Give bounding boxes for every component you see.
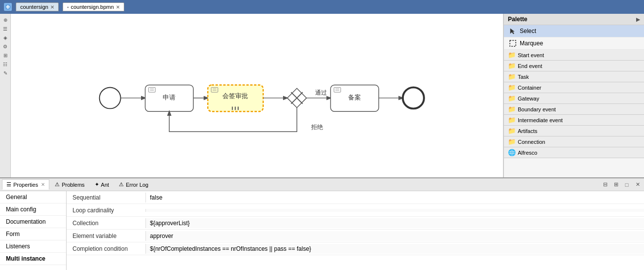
value-collection[interactable]: ${approverList} <box>145 218 644 228</box>
tab-error-log[interactable]: ⚠ Error Log <box>114 179 153 190</box>
folder-icon-artifacts: 📁 <box>508 127 516 135</box>
problems-icon: ⚠ <box>55 181 60 188</box>
tab-properties-close[interactable]: ✕ <box>41 182 45 187</box>
svg-text:备案: 备案 <box>348 94 361 101</box>
palette-panel: Palette ▶ Select Marquee 📁 Start event <box>503 14 644 177</box>
folder-icon-connection: 📁 <box>508 138 516 145</box>
palette-header: Palette ▶ <box>504 14 644 25</box>
sidebar-general[interactable]: General <box>0 191 66 203</box>
maximize-icon[interactable]: □ <box>622 180 631 189</box>
end-event <box>403 87 424 108</box>
tab-problems[interactable]: ⚠ Problems <box>50 179 89 190</box>
tab-ant[interactable]: ✦ Ant <box>90 179 114 190</box>
value-loop-cardinality[interactable] <box>145 209 644 212</box>
property-collection: Collection ${approverList} <box>67 217 644 230</box>
minimize-view-icon[interactable]: ⊟ <box>601 180 609 189</box>
palette-section-task[interactable]: 📁 Task <box>504 71 644 82</box>
folder-icon-task: 📁 <box>508 73 516 80</box>
app-icon <box>4 3 12 11</box>
value-element-variable[interactable]: approver <box>145 231 644 241</box>
palette-section-artifacts[interactable]: 📁 Artifacts <box>504 126 644 136</box>
tab-problems-label: Problems <box>62 182 84 188</box>
sidebar-icon-3[interactable]: ◈ <box>1 34 9 41</box>
folder-icon-start: 📁 <box>508 51 516 59</box>
palette-select-tool[interactable]: Select <box>504 25 644 37</box>
close-panel-icon[interactable]: ✕ <box>633 180 642 189</box>
tab-properties[interactable]: ☰ Properties ✕ <box>2 179 49 190</box>
label-element-variable: Element variable <box>67 231 145 241</box>
sidebar-icon-4[interactable]: ⚙ <box>1 42 9 50</box>
palette-section-end[interactable]: 📁 End event <box>504 61 644 71</box>
tab-bpmn-label: countersign.bpmn <box>71 4 113 10</box>
section-end-label: End event <box>518 63 542 69</box>
property-loop-cardinality: Loop cardinality <box>67 204 644 217</box>
section-artifacts-label: Artifacts <box>518 128 537 134</box>
property-completion-condition: Completion condition ${nrOfCompletedInst… <box>67 242 644 255</box>
folder-icon-boundary: 📁 <box>508 105 516 113</box>
bottom-content: General Main config Documentation Form L… <box>0 191 644 270</box>
sidebar-icon-6[interactable]: ☷ <box>1 60 9 68</box>
value-completion-condition[interactable]: ${nrOfCompletedInstances == nrOfInstance… <box>145 244 644 254</box>
section-task-label: Task <box>518 74 529 80</box>
tab-label: countersign <box>20 4 48 10</box>
section-gateway-label: Gateway <box>518 96 539 101</box>
palette-expand-icon[interactable]: ▶ <box>636 17 640 22</box>
sidebar-icon-1[interactable]: ⊕ <box>1 16 9 24</box>
palette-section-container[interactable]: 📁 Container <box>504 82 644 93</box>
bpmn-file-icon: ▪ <box>67 4 69 10</box>
sidebar-form[interactable]: Form <box>0 228 66 240</box>
section-start-label: Start event <box>518 52 544 58</box>
folder-icon-gateway: 📁 <box>508 95 516 102</box>
tab-close-icon[interactable]: ✕ <box>50 4 54 10</box>
ant-icon: ✦ <box>95 181 99 188</box>
tab-error-label: Error Log <box>126 182 148 188</box>
alfresco-icon: 🌐 <box>508 149 516 156</box>
label-completion-condition: Completion condition <box>67 243 145 254</box>
sidebar-icon-5[interactable]: ⊞ <box>1 51 9 59</box>
bottom-tabs-actions: ⊟ ⊞ □ ✕ <box>601 180 642 189</box>
bpmn-canvas[interactable]: 申请 会签审批 <box>11 14 503 177</box>
folder-icon-intermediate: 📁 <box>508 116 516 124</box>
layout-icon[interactable]: ⊞ <box>611 180 620 189</box>
tab-ant-label: Ant <box>101 182 109 188</box>
folder-icon-end: 📁 <box>508 62 516 69</box>
sidebar-icon-2[interactable]: ☰ <box>1 25 9 33</box>
label-loop-cardinality: Loop cardinality <box>67 205 145 216</box>
section-boundary-label: Boundary event <box>518 106 556 112</box>
palette-section-intermediate[interactable]: 📁 Intermediate event <box>504 115 644 126</box>
tab-countersign[interactable]: countersign ✕ <box>16 2 59 11</box>
marquee-icon <box>509 39 517 47</box>
tab-properties-label: Properties <box>13 182 38 188</box>
palette-section-connection[interactable]: 📁 Connection <box>504 136 644 147</box>
palette-section-start[interactable]: 📁 Start event <box>504 50 644 61</box>
palette-marquee-tool[interactable]: Marquee <box>504 37 644 50</box>
section-alfresco-label: Alfresco <box>518 150 537 156</box>
start-event <box>100 87 121 108</box>
tab-countersign-bpmn[interactable]: ▪ countersign.bpmn ✕ <box>63 2 124 11</box>
cursor-icon <box>509 27 517 35</box>
palette-section-alfresco[interactable]: 🌐 Alfresco <box>504 147 644 158</box>
label-sequential: Sequential <box>67 192 145 203</box>
property-sequential: Sequential false <box>67 191 644 204</box>
palette-section-boundary[interactable]: 📁 Boundary event <box>504 104 644 115</box>
tab-bpmn-close-icon[interactable]: ✕ <box>116 4 120 10</box>
section-container-label: Container <box>518 85 541 91</box>
svg-text:通过: 通过 <box>315 89 327 96</box>
sidebar-documentation[interactable]: Documentation <box>0 216 66 228</box>
sidebar-multi-instance[interactable]: Multi instance <box>0 253 66 265</box>
sidebar-listeners[interactable]: Listeners <box>0 240 66 253</box>
marquee-label: Marquee <box>520 40 543 47</box>
sidebar-icon-7[interactable]: ✎ <box>1 69 9 77</box>
bottom-panel: ☰ Properties ✕ ⚠ Problems ✦ Ant ⚠ Error … <box>0 177 644 270</box>
sidebar-main-config[interactable]: Main config <box>0 203 66 216</box>
svg-text:会签审批: 会签审批 <box>222 92 248 100</box>
section-intermediate-label: Intermediate event <box>518 117 563 123</box>
svg-rect-27 <box>510 40 516 46</box>
properties-main: Sequential false Loop cardinality Collec… <box>67 191 644 270</box>
section-connection-label: Connection <box>518 139 545 145</box>
value-sequential: false <box>145 193 644 202</box>
palette-section-gateway[interactable]: 📁 Gateway <box>504 93 644 104</box>
error-log-icon: ⚠ <box>119 181 124 188</box>
title-bar: countersign ✕ ▪ countersign.bpmn ✕ <box>0 0 644 14</box>
properties-icon: ☰ <box>6 181 11 188</box>
